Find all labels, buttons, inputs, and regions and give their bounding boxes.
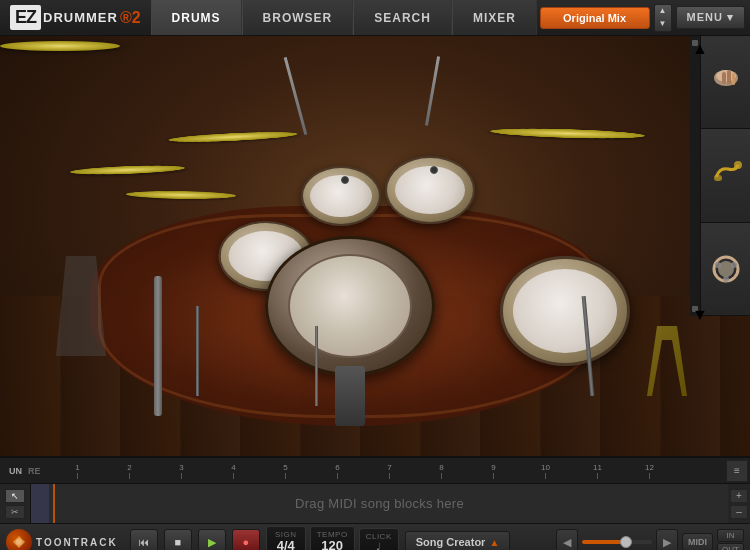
arrow-up-icon: ▲ (659, 7, 667, 15)
svg-point-9 (715, 262, 721, 268)
ruler-tick-7: 7 (364, 463, 416, 479)
brush-instrument-btn[interactable] (701, 36, 750, 129)
song-creator-arrow-icon: ▲ (489, 537, 499, 548)
select-tool-button[interactable]: ↖ (5, 489, 25, 503)
ruler-tick-1: 1 (52, 463, 104, 479)
song-creator-button[interactable]: Song Creator ▲ (405, 531, 511, 550)
play-button[interactable]: ▶ (198, 529, 226, 550)
tom1-mount (341, 176, 349, 184)
ruler-tick-2: 2 (104, 463, 156, 479)
mic-stand-bass (315, 326, 318, 406)
ruler-tick-6: 6 (312, 463, 364, 479)
arrow-down-icon: ▼ (659, 20, 667, 28)
nav-tabs: DRUMS BROWSER SEARCH MIXER (151, 0, 537, 35)
redo-button[interactable]: RE (25, 464, 44, 478)
bass-drum-head (288, 254, 412, 358)
preset-area: Original Mix ▲ ▼ MENU ▾ (540, 4, 750, 32)
time-signature-display[interactable]: Sign 4/4 (266, 526, 306, 550)
undo-button[interactable]: UN (6, 464, 25, 478)
scroll-up[interactable]: ▲ (692, 40, 698, 46)
preset-arrow-btn[interactable]: ▲ ▼ (654, 4, 672, 32)
hi-hat-top[interactable] (126, 190, 237, 199)
toontrack-text: TOONTRACK (36, 537, 118, 548)
midi-in-button[interactable]: IN (717, 529, 744, 542)
floor-tom-head (513, 269, 617, 353)
floor-tom[interactable] (500, 256, 630, 366)
song-tools: ↖ ✂ (0, 487, 30, 521)
logo-drummer: DRUMMER (43, 10, 118, 25)
tambourine-icon (708, 251, 744, 287)
drag-hint-text: Drag MIDI song blocks here (295, 496, 464, 511)
tab-drums[interactable]: DRUMS (151, 0, 242, 35)
cut-tool-button[interactable]: ✂ (5, 505, 25, 519)
logo-version: ®2 (120, 9, 141, 27)
tom2-mount (430, 166, 438, 174)
ruler-tick-9: 9 (468, 463, 520, 479)
transport-right-group: ◀ ▶ MIDI IN OUT (556, 529, 744, 551)
ruler-tick-10: 10 (520, 463, 572, 479)
zoom-in-button[interactable]: + (730, 489, 748, 503)
song-creator-label: Song Creator (416, 536, 486, 548)
ruler-tick-5: 5 (260, 463, 312, 479)
svg-rect-4 (732, 73, 735, 85)
midi-out-button[interactable]: OUT (717, 543, 744, 551)
transport-row: TOONTRACK ⏮ ■ ▶ ● Sign 4/4 Tempo 120 Cli… (0, 524, 750, 550)
kick-pedal (335, 366, 365, 426)
ride-cymbal[interactable] (489, 127, 646, 140)
ruler-tick-12: 12 (624, 463, 676, 479)
timeline-menu-button[interactable]: ≡ (726, 460, 748, 482)
midi-button[interactable]: MIDI (682, 533, 713, 550)
trumpet-icon (708, 157, 744, 193)
right-panel-scroll: ▲ ▼ (690, 36, 700, 316)
bottom-area: UN RE 1 2 3 4 5 6 7 8 9 10 11 12 ≡ ↖ ✂ (0, 456, 750, 550)
song-area: ↖ ✂ Drag MIDI song blocks here + – (0, 484, 750, 524)
rewind-button[interactable]: ⏮ (130, 529, 158, 550)
tempo-display[interactable]: Tempo 120 (310, 526, 355, 550)
trumpet-instrument-btn[interactable] (701, 129, 750, 222)
song-track[interactable]: Drag MIDI song blocks here (30, 484, 728, 523)
volume-slider[interactable] (582, 540, 652, 544)
stop-button[interactable]: ■ (164, 529, 192, 550)
hi-hat-bottom[interactable] (0, 41, 120, 51)
left-crash-cymbal[interactable] (69, 164, 185, 176)
svg-point-5 (734, 161, 742, 169)
ruler-tick-8: 8 (416, 463, 468, 479)
svg-point-11 (723, 276, 729, 282)
tab-browser[interactable]: BROWSER (242, 0, 354, 35)
timeline-highlight (31, 484, 49, 523)
volume-slider-group (582, 540, 652, 544)
rack-tom-1[interactable] (301, 166, 381, 226)
undo-redo-group: UN RE (2, 464, 48, 478)
sign-value: 4/4 (277, 539, 295, 550)
tab-search[interactable]: SEARCH (353, 0, 452, 35)
svg-rect-6 (714, 175, 722, 181)
click-display[interactable]: Click ♩ (359, 528, 399, 550)
click-inner: Click ♩ (366, 532, 392, 550)
mic-stand-snare (196, 306, 199, 396)
overhead-mic-left (284, 57, 308, 135)
record-button[interactable]: ● (232, 529, 260, 550)
playhead-marker (53, 484, 55, 523)
ruler-tick-4: 4 (208, 463, 260, 479)
tab-mixer[interactable]: MIXER (452, 0, 537, 35)
drum-kit (0, 36, 700, 456)
prev-arrow-button[interactable]: ◀ (556, 529, 578, 550)
tom2-head (395, 166, 465, 214)
zoom-out-button[interactable]: – (730, 505, 748, 519)
click-label: Click (366, 532, 392, 541)
next-arrow-button[interactable]: ▶ (656, 529, 678, 550)
click-icon: ♩ (376, 541, 381, 550)
hihat-stand (154, 276, 162, 416)
tambourine-instrument-btn[interactable] (701, 223, 750, 316)
brush-icon (708, 64, 744, 100)
menu-button[interactable]: MENU ▾ (676, 6, 745, 29)
scroll-down[interactable]: ▼ (692, 306, 698, 312)
preset-selector[interactable]: Original Mix (540, 7, 650, 29)
svg-point-12 (16, 539, 22, 545)
zoom-controls: + – (728, 487, 750, 521)
rack-tom-2[interactable] (385, 156, 475, 224)
crash-cymbal[interactable] (167, 130, 299, 144)
bass-drum[interactable] (265, 236, 435, 376)
ruler-tick-3: 3 (156, 463, 208, 479)
svg-rect-3 (727, 70, 731, 84)
